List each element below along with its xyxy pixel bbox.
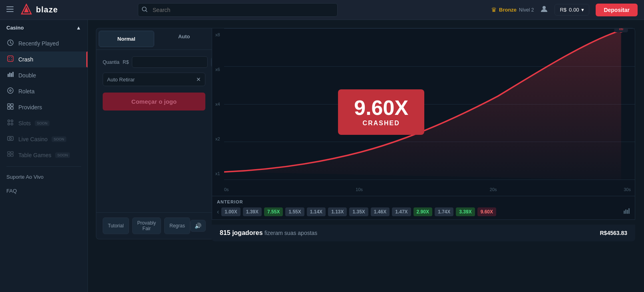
- x-axis: 0s 10s 20s 30s: [224, 187, 631, 192]
- sidebar-item-double[interactable]: Double: [0, 67, 87, 83]
- provably-fair-button[interactable]: Provably Fair: [132, 217, 161, 234]
- sidebar-label-crash: Crash: [18, 56, 33, 63]
- auto-retirar-row: Auto Retirar ✕: [103, 73, 205, 86]
- y-label: x1: [215, 171, 220, 176]
- sidebar-item-suporte[interactable]: Suporte Ao Vivo: [0, 170, 87, 184]
- svg-point-19: [10, 90, 11, 91]
- players-info: 815 jogadores fizeram suas apostas: [220, 229, 317, 237]
- double-icon: [6, 71, 14, 79]
- prev-result: 2.90X: [413, 207, 432, 216]
- sidebar-divider: [6, 166, 81, 167]
- bet-footer: Tutorial Provably Fair Regras 🔊: [96, 212, 212, 239]
- sidebar-label-recently-played: Recently Played: [18, 40, 59, 47]
- svg-rect-15: [9, 73, 10, 77]
- crash-curve: ⊞: [224, 28, 635, 180]
- sidebar: Casino ▲ Recently Played: [0, 20, 88, 292]
- prev-result: 3.39X: [456, 207, 475, 216]
- sidebar-item-faq[interactable]: FAQ: [0, 184, 87, 198]
- balance-amount: 0.00: [569, 7, 579, 13]
- sidebar-item-table-games[interactable]: Table Games Soon: [0, 147, 87, 163]
- sidebar-item-providers[interactable]: Providers: [0, 99, 87, 115]
- svg-rect-21: [11, 104, 13, 106]
- sidebar-label-roleta: Roleta: [18, 88, 34, 95]
- table-games-icon: [6, 151, 14, 159]
- prev-result: 1.00X: [221, 207, 240, 216]
- x-label-0s: 0s: [224, 187, 229, 192]
- svg-rect-2: [6, 11, 14, 12]
- betting-panel: Normal Auto Quantia R$ ½ 2x A: [96, 28, 212, 239]
- header: blaze ♛ Bronze Nível 2 R$ 0.00 ▾ Deposi: [0, 0, 644, 20]
- crash-icon: [6, 55, 14, 63]
- sidebar-item-live-casino[interactable]: Live Casino Soon: [0, 131, 87, 147]
- logo[interactable]: blaze: [20, 4, 58, 16]
- svg-point-29: [10, 138, 12, 140]
- svg-rect-16: [11, 73, 12, 77]
- providers-icon: [6, 103, 14, 111]
- prev-result: 1.39X: [243, 207, 262, 216]
- y-label: x6: [215, 67, 220, 72]
- crash-multiplier: 9.60X: [354, 97, 408, 118]
- prev-nav-left[interactable]: ‹: [217, 208, 219, 215]
- crash-container: Normal Auto Quantia R$ ½ 2x A: [96, 28, 635, 241]
- prev-result: 1.35X: [349, 207, 368, 216]
- sidebar-label-slots: Slots: [18, 120, 31, 126]
- prev-result: 1.46X: [371, 207, 390, 216]
- game-panel: x1 x2 x4 x6 x8: [212, 28, 635, 220]
- sidebar-item-recently-played[interactable]: Recently Played: [0, 36, 87, 51]
- tab-auto[interactable]: Auto: [157, 28, 212, 49]
- bottom-bar: 815 jogadores fizeram suas apostas R$456…: [212, 225, 635, 241]
- logo-icon: [20, 4, 33, 16]
- prev-results: ‹ 1.00X 1.39X 7.55X 1.55X 1.14X 1.13X 1.…: [217, 207, 630, 216]
- nivel-label: Nível 2: [519, 7, 534, 13]
- casino-section-header[interactable]: Casino ▲: [0, 20, 87, 36]
- total-amount: R$4563.83: [600, 230, 627, 236]
- collapse-icon: ▲: [76, 25, 81, 31]
- slots-badge: Soon: [35, 120, 50, 126]
- suporte-label: Suporte Ao Vivo: [6, 174, 44, 180]
- logo-text: blaze: [36, 5, 58, 14]
- svg-rect-40: [628, 208, 630, 214]
- close-icon[interactable]: ✕: [196, 76, 201, 83]
- y-axis: x1 x2 x4 x6 x8: [215, 28, 220, 180]
- clock-icon: [6, 39, 14, 47]
- tab-normal[interactable]: Normal: [99, 31, 154, 47]
- bet-tabs: Normal Auto: [96, 28, 212, 50]
- svg-point-7: [543, 6, 546, 9]
- sidebar-item-slots[interactable]: Slots Soon: [0, 115, 87, 131]
- bet-amount-input[interactable]: [132, 56, 208, 68]
- prev-result: 7.55X: [264, 207, 283, 216]
- chart-icon[interactable]: [624, 208, 630, 215]
- sound-icon: 🔊: [195, 223, 201, 229]
- user-icon[interactable]: [540, 5, 548, 15]
- start-game-button[interactable]: Começar o jogo: [103, 93, 205, 110]
- crown-icon: ♛: [491, 6, 497, 14]
- auto-retirar-label: Auto Retirar: [107, 77, 193, 83]
- bet-amount-row: Quantia R$ ½ 2x: [103, 56, 205, 68]
- sidebar-item-crash[interactable]: Crash: [0, 51, 87, 67]
- balance-currency: R$: [560, 7, 566, 13]
- prev-result: 9.60X: [477, 207, 496, 216]
- svg-rect-32: [8, 154, 10, 156]
- x-label-30s: 30s: [624, 187, 631, 192]
- sidebar-label-table-games: Table Games: [18, 152, 51, 158]
- y-label: x8: [215, 32, 220, 37]
- sidebar-label-live-casino: Live Casino: [18, 136, 48, 142]
- menu-icon[interactable]: [6, 6, 14, 14]
- y-label: x2: [215, 136, 220, 141]
- sound-button[interactable]: 🔊: [190, 220, 206, 232]
- svg-rect-22: [8, 107, 10, 109]
- search-input[interactable]: [138, 3, 338, 17]
- svg-point-26: [8, 123, 10, 125]
- balance-button[interactable]: R$ 0.00 ▾: [555, 4, 589, 16]
- svg-text:⊞: ⊞: [619, 28, 624, 31]
- regras-button[interactable]: Regras: [164, 217, 190, 234]
- svg-point-18: [8, 88, 13, 93]
- crash-graph: x1 x2 x4 x6 x8: [212, 28, 635, 196]
- tutorial-button[interactable]: Tutorial: [103, 217, 129, 234]
- svg-point-24: [8, 120, 10, 122]
- players-count: 815 jogadores: [220, 229, 263, 236]
- sidebar-item-roleta[interactable]: Roleta: [0, 83, 87, 99]
- deposit-button[interactable]: Depositar: [596, 4, 638, 16]
- svg-rect-9: [8, 56, 13, 61]
- sidebar-label-providers: Providers: [18, 104, 42, 110]
